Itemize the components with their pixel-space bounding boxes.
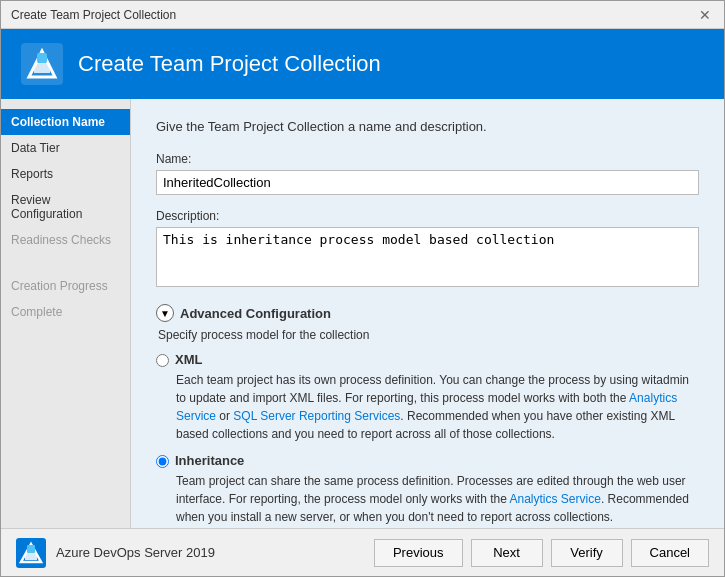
svg-rect-2 [34, 63, 50, 73]
page-subtitle: Give the Team Project Collection a name … [156, 119, 699, 134]
inheritance-option: Inheritance Team project can share the s… [156, 453, 699, 526]
next-button[interactable]: Next [471, 539, 543, 567]
description-field-group: Description: This is inheritance process… [156, 209, 699, 290]
collapse-button[interactable]: ▼ [156, 304, 174, 322]
sidebar-item-creation-progress: Creation Progress [1, 273, 130, 299]
header-icon [21, 43, 63, 85]
sidebar-item-data-tier[interactable]: Data Tier [1, 135, 130, 161]
advanced-config-title: Advanced Configuration [180, 306, 331, 321]
svg-rect-6 [25, 552, 37, 560]
svg-rect-7 [27, 545, 35, 553]
sidebar-item-readiness-checks: Readiness Checks [1, 227, 130, 253]
footer-app-name: Azure DevOps Server 2019 [56, 545, 215, 560]
inheritance-label: Inheritance [175, 453, 244, 468]
xml-description: Each team project has its own process de… [176, 371, 699, 443]
header-title: Create Team Project Collection [78, 51, 381, 77]
content-area: Collection Name Data Tier Reports Review… [1, 99, 724, 528]
advanced-config-header: ▼ Advanced Configuration [156, 304, 699, 322]
header-bar: Create Team Project Collection [1, 29, 724, 99]
description-label: Description: [156, 209, 699, 223]
inheritance-description: Team project can share the same process … [176, 472, 699, 526]
analytics-service-link-inheritance[interactable]: Analytics Service [510, 492, 601, 506]
process-subtitle: Specify process model for the collection [158, 328, 699, 342]
xml-label: XML [175, 352, 202, 367]
verify-button[interactable]: Verify [551, 539, 623, 567]
description-input[interactable]: This is inheritance process model based … [156, 227, 699, 287]
xml-option: XML Each team project has its own proces… [156, 352, 699, 443]
svg-rect-3 [37, 53, 47, 63]
previous-button[interactable]: Previous [374, 539, 463, 567]
sidebar-item-complete: Complete [1, 299, 130, 325]
window: Create Team Project Collection ✕ Create … [0, 0, 725, 577]
close-button[interactable]: ✕ [696, 6, 714, 24]
footer: Azure DevOps Server 2019 Previous Next V… [1, 528, 724, 576]
name-label: Name: [156, 152, 699, 166]
window-title: Create Team Project Collection [11, 8, 176, 22]
main-content: Give the Team Project Collection a name … [131, 99, 724, 528]
sidebar: Collection Name Data Tier Reports Review… [1, 99, 131, 528]
inheritance-radio[interactable] [156, 455, 169, 468]
xml-radio[interactable] [156, 354, 169, 367]
advanced-config-section: ▼ Advanced Configuration Specify process… [156, 304, 699, 526]
sidebar-item-reports[interactable]: Reports [1, 161, 130, 187]
name-input[interactable] [156, 170, 699, 195]
sql-reporting-link[interactable]: SQL Server Reporting Services [233, 409, 400, 423]
name-field-group: Name: [156, 152, 699, 195]
title-bar: Create Team Project Collection ✕ [1, 1, 724, 29]
footer-logo-area: Azure DevOps Server 2019 [16, 538, 215, 568]
footer-icon [16, 538, 46, 568]
sidebar-item-review-configuration[interactable]: Review Configuration [1, 187, 130, 227]
cancel-button[interactable]: Cancel [631, 539, 709, 567]
sidebar-item-collection-name[interactable]: Collection Name [1, 109, 130, 135]
